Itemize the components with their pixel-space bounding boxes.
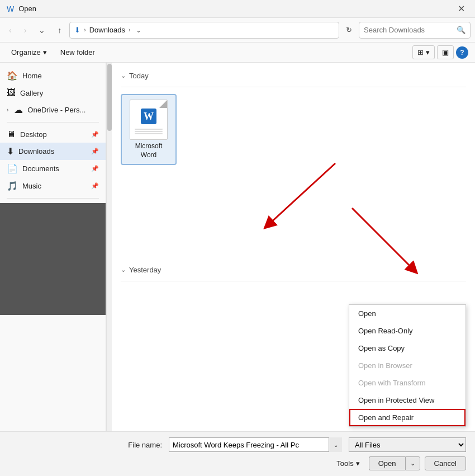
- actions-row: Tools ▾ Open ⌄ Cancel: [9, 456, 466, 470]
- path-downloads: Downloads: [89, 26, 125, 34]
- yesterday-divider: [121, 281, 466, 281]
- address-separator: ›: [84, 27, 86, 33]
- menu-item-open-copy[interactable]: Open as Copy: [349, 340, 466, 357]
- sidebar-item-home[interactable]: 🏠 Home: [0, 67, 106, 84]
- sidebar-item-onedrive[interactable]: › ☁ OneDrive - Pers...: [0, 101, 106, 119]
- back-button[interactable]: ‹: [4, 22, 16, 38]
- menu-browser-label: Open in Browser: [358, 361, 412, 370]
- sidebar-gallery-label: Gallery: [20, 89, 43, 97]
- sidebar-dark-area: [0, 203, 106, 315]
- sidebar-item-desktop[interactable]: 🖥 Desktop 📌: [0, 126, 106, 143]
- pin-icon-music: 📌: [91, 182, 99, 190]
- sidebar-desktop-label: Desktop: [20, 130, 47, 139]
- yesterday-section: ⌄ Yesterday: [121, 266, 466, 281]
- toolbar: Organize ▾ New folder ⊞ ▾ ▣ ?: [0, 43, 475, 63]
- yesterday-section-header: ⌄ Yesterday: [121, 266, 466, 274]
- toolbar-right: ⊞ ▾ ▣ ?: [412, 45, 468, 59]
- filename-dropdown-button[interactable]: ⌄: [329, 437, 342, 452]
- dialog-title: Open: [18, 4, 36, 13]
- menu-item-open[interactable]: Open: [349, 305, 466, 322]
- open-dropdown-button[interactable]: ⌄: [405, 456, 420, 470]
- tools-label: Tools: [336, 459, 353, 468]
- new-folder-label: New folder: [60, 48, 95, 56]
- file-item-word[interactable]: W Microsoft Word: [121, 94, 177, 165]
- organize-chevron-icon: ▾: [43, 48, 47, 56]
- menu-repair-label: Open and Repair: [358, 413, 414, 422]
- address-bar[interactable]: ⬇ › Downloads › ⌄: [69, 22, 339, 39]
- address-dropdown-button[interactable]: ⌄: [134, 26, 144, 34]
- menu-readonly-label: Open Read-Only: [358, 327, 413, 335]
- up-button[interactable]: ↑: [53, 22, 66, 38]
- yesterday-chevron-icon: ⌄: [121, 266, 126, 274]
- filename-input-wrap: ⌄: [169, 437, 342, 452]
- cancel-button[interactable]: Cancel: [425, 456, 466, 470]
- grid-icon: ⊞: [417, 48, 424, 56]
- onedrive-icon: ☁: [14, 105, 23, 115]
- menu-item-open-transform: Open with Transform: [349, 374, 466, 392]
- home-icon: 🏠: [7, 70, 18, 81]
- search-bar[interactable]: 🔍: [359, 22, 471, 39]
- sidebar-documents-label: Documents: [22, 164, 59, 173]
- desktop-icon: 🖥: [7, 129, 16, 139]
- scrollbar-thumb[interactable]: [107, 64, 112, 131]
- title-bar: W Open ✕: [0, 0, 475, 18]
- open-button[interactable]: Open: [369, 456, 405, 470]
- yesterday-label: Yesterday: [129, 266, 161, 274]
- menu-item-open-protected[interactable]: Open in Protected View: [349, 392, 466, 409]
- tools-button[interactable]: Tools ▾: [332, 457, 364, 470]
- expand-button[interactable]: ⌄: [34, 22, 50, 38]
- menu-item-open-readonly[interactable]: Open Read-Only: [349, 322, 466, 340]
- word-logo-bg: W: [141, 109, 156, 124]
- file-name-label: Microsoft Word: [126, 142, 171, 159]
- menu-item-open-repair[interactable]: Open and Repair: [349, 409, 466, 426]
- sidebar-home-label: Home: [22, 72, 42, 80]
- svg-line-2: [268, 163, 335, 225]
- expand-icon: ›: [7, 107, 8, 113]
- sidebar-item-gallery[interactable]: 🖼 Gallery: [0, 84, 106, 101]
- file-thumbnail: W: [130, 100, 168, 140]
- today-chevron-icon: ⌄: [121, 72, 126, 79]
- filename-input[interactable]: [169, 437, 342, 452]
- help-button[interactable]: ?: [456, 46, 468, 59]
- view-arrow-icon: ▾: [426, 48, 430, 56]
- sidebar-downloads-label: Downloads: [18, 147, 54, 155]
- sidebar-item-music[interactable]: 🎵 Music 📌: [0, 177, 106, 195]
- sidebar-item-downloads[interactable]: ⬇ Downloads 📌: [0, 143, 106, 160]
- new-folder-button[interactable]: New folder: [56, 46, 99, 59]
- open-dropdown-menu: Open Open Read-Only Open as Copy Open in…: [349, 304, 466, 427]
- menu-copy-label: Open as Copy: [358, 344, 405, 352]
- search-input[interactable]: [364, 26, 453, 34]
- view-button[interactable]: ⊞ ▾: [412, 45, 435, 59]
- today-divider: [121, 87, 466, 87]
- line-3: [135, 133, 163, 134]
- today-section-header: ⌄ Today: [121, 72, 466, 80]
- line-1: [135, 129, 163, 130]
- menu-open-label: Open: [358, 309, 376, 318]
- forward-button[interactable]: ›: [20, 22, 31, 38]
- tools-arrow-icon: ▾: [356, 459, 360, 468]
- sidebar-onedrive-label: OneDrive - Pers...: [27, 106, 86, 114]
- pin-icon: 📌: [91, 131, 99, 138]
- pane-icon: ▣: [442, 48, 449, 56]
- file-lines: [135, 128, 163, 135]
- gallery-icon: 🖼: [7, 88, 16, 98]
- nav-bar: ‹ › ⌄ ↑ ⬇ › Downloads › ⌄ ↻ 🔍: [0, 18, 475, 43]
- search-icon: 🔍: [457, 26, 466, 34]
- address-end-chevron: ›: [129, 27, 130, 33]
- close-button[interactable]: ✕: [454, 1, 468, 16]
- sidebar-item-documents[interactable]: 📄 Documents 📌: [0, 160, 106, 177]
- bottom-bar: File name: ⌄ All Files Tools ▾ Open ⌄ Ca…: [0, 431, 475, 476]
- word-logo-w: W: [144, 111, 154, 122]
- pane-button[interactable]: ▣: [437, 45, 454, 59]
- menu-protected-label: Open in Protected View: [358, 396, 434, 404]
- title-bar-left: W Open: [7, 4, 36, 13]
- organize-button[interactable]: Organize ▾: [7, 46, 51, 59]
- pin-icon-downloads: 📌: [91, 148, 99, 155]
- sidebar-divider-2: [7, 198, 99, 199]
- filetype-select[interactable]: All Files: [349, 437, 466, 452]
- app-icon: W: [7, 4, 14, 13]
- filename-row: File name: ⌄ All Files: [9, 437, 466, 452]
- sidebar-music-label: Music: [22, 182, 41, 190]
- refresh-button[interactable]: ↻: [343, 23, 355, 36]
- sidebar-scrollbar[interactable]: [106, 63, 112, 431]
